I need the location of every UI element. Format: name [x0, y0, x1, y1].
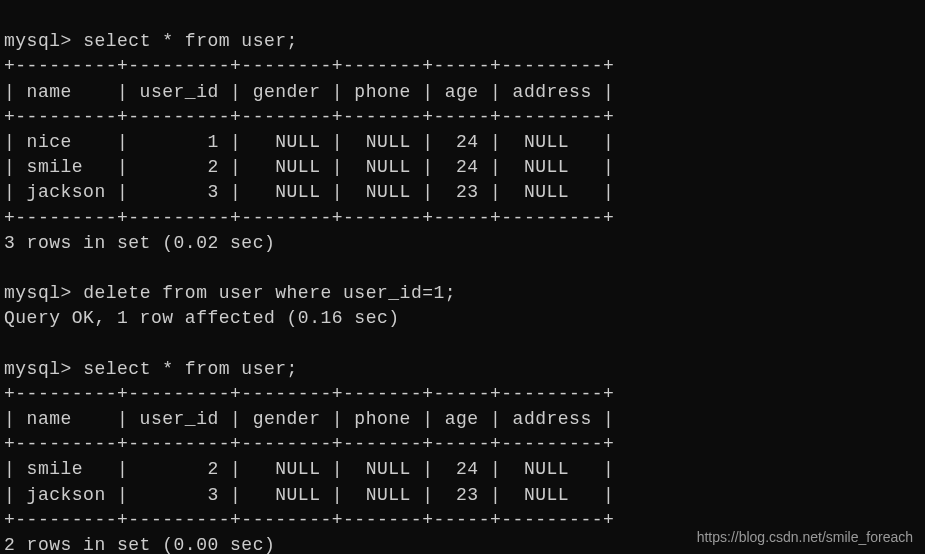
watermark-url: https://blog.csdn.net/smile_foreach [697, 528, 913, 548]
table1-row-0: | nice | 1 | NULL | NULL | 24 | NULL | [4, 132, 614, 152]
table2-header: | name | user_id | gender | phone | age … [4, 409, 614, 429]
terminal-content: mysql> select * from user; +---------+--… [4, 29, 921, 554]
table1-result: 3 rows in set (0.02 sec) [4, 233, 275, 253]
table1-border-bot: +---------+---------+--------+-------+--… [4, 208, 614, 228]
prompt-2: mysql> [4, 283, 72, 303]
table1-border-top: +---------+---------+--------+-------+--… [4, 56, 614, 76]
table2-border-mid: +---------+---------+--------+-------+--… [4, 434, 614, 454]
table2-row-0: | smile | 2 | NULL | NULL | 24 | NULL | [4, 459, 614, 479]
command-delete: delete from user where user_id=1; [83, 283, 456, 303]
table1-row-1: | smile | 2 | NULL | NULL | 24 | NULL | [4, 157, 614, 177]
table1-row-2: | jackson | 3 | NULL | NULL | 23 | NULL … [4, 182, 614, 202]
table1-header: | name | user_id | gender | phone | age … [4, 82, 614, 102]
table2-border-top: +---------+---------+--------+-------+--… [4, 384, 614, 404]
prompt-1: mysql> [4, 31, 72, 51]
delete-result: Query OK, 1 row affected (0.16 sec) [4, 308, 400, 328]
prompt-3: mysql> [4, 359, 72, 379]
table2-border-bot: +---------+---------+--------+-------+--… [4, 510, 614, 530]
table1-border-mid: +---------+---------+--------+-------+--… [4, 107, 614, 127]
table2-row-1: | jackson | 3 | NULL | NULL | 23 | NULL … [4, 485, 614, 505]
table2-result: 2 rows in set (0.00 sec) [4, 535, 275, 554]
command-select-1: select * from user; [83, 31, 298, 51]
terminal-output: mysql> select * from user; +---------+--… [4, 4, 921, 554]
command-select-2: select * from user; [83, 359, 298, 379]
